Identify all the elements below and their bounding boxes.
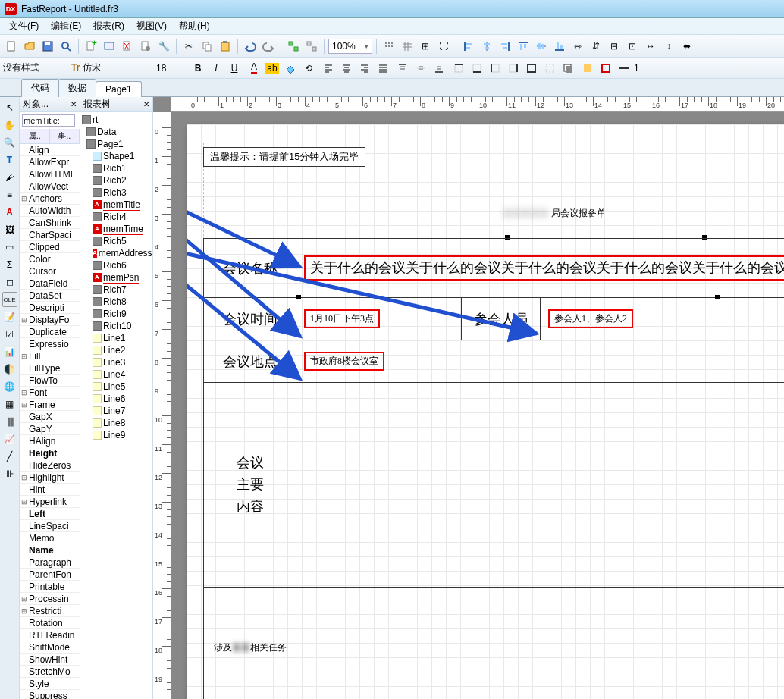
prop-Processing[interactable]: ⊞Processin [20, 593, 80, 605]
page-setup-icon[interactable] [137, 38, 154, 55]
style-combo[interactable]: 没有样式 [3, 61, 70, 74]
prop-Frame[interactable]: ⊞Frame [20, 399, 80, 411]
align-middle-icon[interactable] [533, 38, 550, 55]
subreport-tool-icon[interactable]: ▭ [2, 240, 17, 255]
zoom-tool-icon[interactable]: 🔍 [2, 135, 17, 150]
pointer-icon[interactable]: ↖ [2, 100, 17, 115]
prop-Style[interactable]: Style [20, 678, 80, 690]
tab-events[interactable]: 事.. [50, 129, 80, 143]
prop-AllowExpressions[interactable]: AllowExpr [20, 156, 80, 168]
redo-icon[interactable] [260, 38, 277, 55]
bgfill-icon[interactable] [579, 60, 596, 77]
ole-tool-icon[interactable]: OLE [2, 292, 17, 307]
text-left-icon[interactable] [320, 60, 337, 77]
same-height-icon[interactable]: ↕ [660, 38, 677, 55]
italic-icon[interactable]: I [208, 60, 224, 77]
space-h-icon[interactable]: ⇿ [569, 38, 586, 55]
prop-Memo[interactable]: Memo [20, 532, 80, 544]
size-combo[interactable]: 18 [156, 63, 187, 74]
vars-icon[interactable]: 🔧 [155, 38, 172, 55]
value-participants[interactable]: 参会人1、参会人2 [548, 309, 633, 328]
tree-Line9[interactable]: Line9 [82, 429, 151, 441]
prop-DataSet[interactable]: DataSet [20, 290, 80, 302]
tree-Line1[interactable]: Line1 [82, 332, 151, 344]
tab-code[interactable]: 代码 [21, 79, 59, 97]
valign-bot-icon[interactable] [431, 60, 447, 77]
copy-icon[interactable] [199, 38, 215, 55]
valign-mid-icon[interactable] [412, 60, 429, 77]
tree-close-icon[interactable]: ✕ [143, 100, 149, 108]
tab-data[interactable]: 数据 [58, 79, 96, 97]
prop-Name[interactable]: Name [20, 544, 80, 556]
fillcolor-icon[interactable] [282, 60, 299, 77]
center-page-v-icon[interactable]: ⊡ [624, 38, 641, 55]
prop-Duplicates[interactable]: Duplicate [20, 326, 80, 338]
align-top-icon[interactable] [515, 38, 532, 55]
prop-FillType[interactable]: FillType [20, 362, 80, 375]
text-justify-icon[interactable] [375, 60, 391, 77]
tree-Line7[interactable]: Line7 [82, 405, 151, 417]
prop-Color[interactable]: Color [20, 253, 80, 265]
barcode2-tool-icon[interactable]: ⊪ [2, 466, 17, 481]
prop-Hyperlink[interactable]: ⊞Hyperlink [20, 496, 80, 508]
tree-rt[interactable]: rt [82, 114, 151, 126]
prop-GapY[interactable]: GapY [20, 423, 80, 435]
frame-right-icon[interactable] [505, 60, 522, 77]
format-tool-icon[interactable]: 🖌 [2, 170, 17, 185]
menu-edit[interactable]: 编辑(E) [45, 18, 87, 34]
prop-AllowHTMLTags[interactable]: AllowHTML [20, 168, 80, 180]
new-icon[interactable] [3, 38, 20, 55]
group-icon[interactable] [285, 38, 302, 55]
text-center-icon[interactable] [338, 60, 355, 77]
prop-CanShrink[interactable]: CanShrink [20, 217, 80, 229]
zoom-combo[interactable]: 100% [328, 39, 372, 54]
value-content[interactable] [296, 383, 784, 587]
linewidth-combo[interactable]: 1 [634, 63, 664, 74]
prop-LineSpacing[interactable]: LineSpaci [20, 520, 80, 532]
tree-memTime[interactable]: AmemTime [82, 223, 151, 235]
tree-Rich2[interactable]: Rich2 [82, 174, 151, 187]
gradient-tool-icon[interactable]: 🌓 [2, 362, 17, 377]
tree-Rich9[interactable]: Rich9 [82, 308, 151, 320]
menu-file[interactable]: 文件(F) [3, 18, 45, 34]
tree-Rich1[interactable]: Rich1 [82, 162, 151, 174]
prop-Hint[interactable]: Hint [20, 484, 80, 496]
globe-tool-icon[interactable]: 🌐 [2, 379, 17, 394]
text-right-icon[interactable] [356, 60, 373, 77]
underline-icon[interactable]: U [226, 60, 243, 77]
tree-memPsn[interactable]: AmemPsn [82, 271, 151, 284]
memo-tool-icon[interactable]: A [2, 205, 17, 220]
prop-HAlign[interactable]: HAlign [20, 435, 80, 447]
barcode-tool-icon[interactable]: ∥∥ [2, 414, 17, 429]
tab-properties[interactable]: 属.. [20, 129, 50, 143]
grid-line-icon[interactable] [399, 38, 416, 55]
tree-Line6[interactable]: Line6 [82, 393, 151, 405]
framecolor-icon[interactable] [597, 60, 614, 77]
grid-dot-icon[interactable] [381, 38, 397, 55]
table-tool-icon[interactable]: ▦ [2, 397, 17, 412]
prop-DisplayFormat[interactable]: ⊞DisplayFo [20, 314, 80, 326]
sum-tool-icon[interactable]: Σ [2, 257, 17, 272]
prop-AllowVectorExport[interactable]: AllowVect [20, 180, 80, 193]
prop-Cursor[interactable]: Cursor [20, 265, 80, 277]
rotate-icon[interactable]: ⟲ [300, 60, 317, 77]
tree-Line3[interactable]: Line3 [82, 356, 151, 368]
page-add-icon[interactable]: + [83, 38, 99, 55]
prop-ShiftMode[interactable]: ShiftMode [20, 641, 80, 654]
tip-box[interactable]: 温馨提示：请提前15分钟入场完毕 [203, 147, 365, 167]
prop-AutoWidth[interactable]: AutoWidth [20, 205, 80, 217]
open-icon[interactable] [21, 38, 38, 55]
close-icon[interactable]: ✕ [71, 100, 77, 108]
value-meeting-name[interactable]: 关于什么的会议关于什么的会议关于什么的会议关于什么的会议关于什么的会议 [304, 255, 784, 281]
prop-Highlight[interactable]: ⊞Highlight [20, 472, 80, 484]
rich-tool-icon[interactable]: 📝 [2, 309, 17, 324]
frame-top-icon[interactable] [450, 60, 467, 77]
preview-icon[interactable] [58, 38, 74, 55]
prop-Clipped[interactable]: Clipped [20, 241, 80, 253]
tree-memAddress[interactable]: AmemAddress [82, 247, 151, 259]
prop-Align[interactable]: Align [20, 144, 80, 156]
object-filter-input[interactable] [22, 114, 75, 127]
ungroup-icon[interactable] [303, 38, 320, 55]
bold-icon[interactable]: B [190, 60, 206, 77]
same-size-icon[interactable]: ⬌ [679, 38, 695, 55]
